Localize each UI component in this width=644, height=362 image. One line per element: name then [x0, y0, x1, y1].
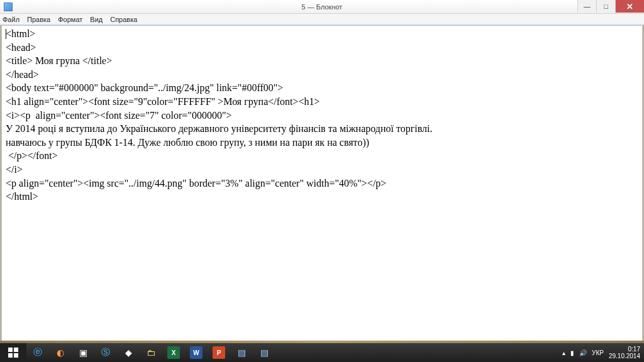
- ie-icon[interactable]: ⓔ: [26, 343, 49, 362]
- editor-area[interactable]: <html> <head> <title> Моя група </title>…: [1, 25, 643, 342]
- close-button[interactable]: ✕: [615, 0, 644, 13]
- window-controls: — □ ✕: [577, 0, 644, 13]
- editor-content[interactable]: <html> <head> <title> Моя група </title>…: [2, 26, 642, 205]
- tray-network-icon[interactable]: ▮: [570, 349, 574, 356]
- menu-view[interactable]: Вид: [90, 16, 103, 23]
- tray-language[interactable]: УКР: [592, 349, 604, 356]
- svg-rect-0: [8, 348, 13, 352]
- explorer-icon[interactable]: 🗀: [140, 343, 162, 362]
- svg-rect-2: [8, 353, 13, 358]
- taskbar: ⓔ ◐ ▣ Ⓢ ◆ 🗀 X W P ▤ ▤ ▴ ▮ 🔊 УКР 0:17 29.…: [0, 343, 644, 362]
- tray-chevron-icon[interactable]: ▴: [562, 349, 565, 356]
- tray-time: 0:17: [609, 346, 640, 353]
- menu-edit[interactable]: Правка: [27, 16, 50, 23]
- word-icon[interactable]: W: [190, 346, 203, 359]
- skype-icon[interactable]: Ⓢ: [94, 343, 117, 362]
- menu-file[interactable]: Файл: [3, 16, 19, 23]
- notepad2-icon[interactable]: ▤: [253, 343, 275, 362]
- photo-icon[interactable]: ▣: [72, 343, 94, 362]
- menubar: Файл Правка Формат Вид Справка: [0, 14, 644, 25]
- minimize-button[interactable]: —: [577, 0, 596, 13]
- menu-help[interactable]: Справка: [110, 16, 137, 23]
- tray-date: 29.10.2014: [609, 353, 640, 359]
- tray-clock[interactable]: 0:17 29.10.2014: [609, 346, 640, 359]
- windows-icon: [8, 348, 18, 358]
- titlebar: 5 — Блокнот — □ ✕: [0, 0, 644, 14]
- svg-rect-3: [14, 353, 18, 358]
- firefox-icon[interactable]: ◐: [49, 343, 72, 362]
- powerpoint-icon[interactable]: P: [213, 346, 225, 359]
- torrent-icon[interactable]: ◆: [117, 343, 140, 362]
- notepad-icon[interactable]: ▤: [230, 343, 253, 362]
- excel-icon[interactable]: X: [167, 346, 180, 359]
- maximize-button[interactable]: □: [596, 0, 615, 13]
- menu-format[interactable]: Формат: [58, 16, 82, 23]
- tray-volume-icon[interactable]: 🔊: [579, 349, 587, 356]
- system-tray: ▴ ▮ 🔊 УКР 0:17 29.10.2014: [562, 346, 644, 359]
- svg-rect-1: [14, 348, 18, 352]
- start-button[interactable]: [0, 343, 26, 362]
- taskbar-icons: ⓔ ◐ ▣ Ⓢ ◆ 🗀 X W P ▤ ▤: [26, 343, 275, 362]
- window-title: 5 — Блокнот: [0, 3, 644, 11]
